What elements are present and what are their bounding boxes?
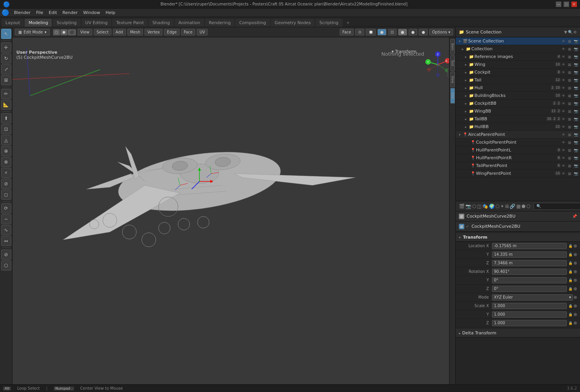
rotation-y-lock[interactable]: 🔒 xyxy=(568,278,573,283)
tool-rotate[interactable]: ↻ xyxy=(1,53,11,63)
tool-bevel[interactable]: ◬ xyxy=(1,135,11,145)
outliner-row-hullparentR[interactable]: 📍 HullParentPointR 8 👁 ▦ 📷 xyxy=(456,154,580,162)
prop-icon-world[interactable]: 🌍 xyxy=(489,204,495,209)
properties-search[interactable] xyxy=(534,203,580,210)
tab-rendering[interactable]: Rendering xyxy=(205,19,234,27)
bb-viewport-btn[interactable]: ▦ xyxy=(567,93,572,98)
expand-tail[interactable]: ▸ xyxy=(464,78,468,82)
cockpit-render-btn[interactable]: 📷 xyxy=(573,70,578,75)
outliner-row-wingparent[interactable]: 📍 WingParentPoint 10 👁 ▦ 📷 xyxy=(456,170,580,178)
scene-visibility-btn[interactable]: 👁 xyxy=(561,39,566,44)
tab-shading[interactable]: Shading xyxy=(148,19,174,27)
outliner-row-scene-collection[interactable]: ▾ 🎬 Scene Collection 👁 ▦ 📷 xyxy=(456,37,580,45)
tailparent-render-btn[interactable]: 📷 xyxy=(573,163,578,169)
tool-offset-cut[interactable]: ⊗ xyxy=(1,157,11,167)
tail-render-btn[interactable]: 📷 xyxy=(573,77,578,83)
close-button[interactable]: ✕ xyxy=(571,2,577,7)
location-y-value[interactable]: 14.335 m xyxy=(492,251,567,258)
tailbb-viewport-btn[interactable]: ▦ xyxy=(567,116,572,122)
wingbb-render-btn[interactable]: 📷 xyxy=(573,109,578,114)
tool-shear[interactable]: ⊘ xyxy=(1,250,11,260)
scale-z-dot[interactable] xyxy=(574,322,577,325)
tailparent-visibility-btn[interactable]: 👁 xyxy=(561,163,566,169)
prop-icon-scene2[interactable]: 🎭 xyxy=(482,204,488,209)
tab-texture-paint[interactable]: Texture Paint xyxy=(112,19,148,27)
hull-viewport-btn[interactable]: ▦ xyxy=(567,85,572,91)
edit-tab[interactable]: Edit xyxy=(450,88,455,104)
tool-poly-build[interactable]: ◻ xyxy=(1,190,11,200)
rotation-z-lock[interactable]: 🔒 xyxy=(568,286,573,292)
select-menu[interactable]: Select xyxy=(94,29,111,35)
tab-geometry-nodes[interactable]: Geometry Nodes xyxy=(271,19,315,27)
view-menu[interactable]: View xyxy=(78,29,92,35)
hullparentL-viewport-btn[interactable]: ▦ xyxy=(567,148,572,153)
scale-y-value[interactable]: 1.000 xyxy=(492,311,567,318)
tool-scale[interactable]: ⤢ xyxy=(1,64,11,74)
outliner-row-tailparent[interactable]: 📍 TailParentPoint 6 👁 ▦ 📷 xyxy=(456,162,580,170)
tool-transform[interactable]: ⊞ xyxy=(1,75,11,85)
wing-visibility-btn[interactable]: 👁 xyxy=(561,62,566,67)
xray-btn[interactable]: ⊡ xyxy=(388,29,397,35)
scene-viewport-btn[interactable]: ▦ xyxy=(567,39,572,44)
expand-scene-collection[interactable]: ▾ xyxy=(457,39,462,43)
rotation-z-dot[interactable] xyxy=(574,287,577,290)
prop-icon-material[interactable]: ⬟ xyxy=(522,204,525,209)
wingparent-visibility-btn[interactable]: 👁 xyxy=(561,171,566,176)
prop-icon-scene[interactable]: 🎬 xyxy=(459,204,465,209)
expand-wing[interactable]: ▸ xyxy=(464,63,468,67)
aircatparent-viewport-btn[interactable]: ▦ xyxy=(567,132,572,137)
tool-smooth[interactable]: ~ xyxy=(1,214,11,224)
location-z-dot[interactable] xyxy=(574,262,577,265)
outliner-row-hullbb[interactable]: ▸ 📁 HullBB 22 👁 ▦ 📷 xyxy=(456,123,580,131)
edit-mode-dropdown[interactable]: ▦ Edit Mode ▾ xyxy=(15,29,50,35)
edge-select-btn[interactable]: ⬢ xyxy=(60,29,67,35)
tool-bisect[interactable]: ⊘ xyxy=(1,179,11,189)
tab-compositing[interactable]: Compositing xyxy=(235,19,270,27)
cockpitbb-visibility-btn[interactable]: 👁 xyxy=(561,101,566,106)
ref-viewport-btn[interactable]: ▦ xyxy=(567,54,572,60)
tailparent-viewport-btn[interactable]: ▦ xyxy=(567,163,572,169)
face-select-mode[interactable]: Face xyxy=(340,29,354,35)
hullparentR-render-btn[interactable]: 📷 xyxy=(573,155,578,161)
hullbb-render-btn[interactable]: 📷 xyxy=(573,124,578,130)
scale-x-value[interactable]: 1.000 xyxy=(492,303,567,309)
tool-loop-cut[interactable]: ⊕ xyxy=(1,146,11,156)
delta-transform-header[interactable]: ▸ Delta Transform xyxy=(456,329,580,338)
vertex-select-btn[interactable]: ⬡ xyxy=(53,29,60,35)
outliner-row-cockpitbb[interactable]: ▸ 📁 CockpitBB 2 2 👁 ▦ 📷 xyxy=(456,100,580,107)
cockpit-viewport-btn[interactable]: ▦ xyxy=(567,70,572,75)
wingparent-viewport-btn[interactable]: ▦ xyxy=(567,171,572,176)
item-tab[interactable]: Item xyxy=(450,39,455,54)
vertex-menu[interactable]: Vertex xyxy=(145,29,162,35)
mesh-menu[interactable]: Mesh xyxy=(127,29,143,35)
expand-buildingblocks[interactable]: ▸ xyxy=(464,94,468,98)
outliner-search-btn[interactable]: 🔍 xyxy=(568,30,573,34)
outliner-row-cockpitparent[interactable]: 📍 CockpitParentPoint 👁 ▦ 📷 xyxy=(456,139,580,146)
outliner-row-buildingblocks[interactable]: ▸ 📁 BuildingBlocks 10 👁 ▦ 📷 xyxy=(456,92,580,100)
prop-icon-object[interactable]: ⬡ xyxy=(495,204,499,209)
uv-menu[interactable]: UV xyxy=(197,29,208,35)
wingbb-viewport-btn[interactable]: ▦ xyxy=(567,109,572,114)
tab-scripting[interactable]: Scripting xyxy=(316,19,342,27)
rotation-x-value[interactable]: 90.401° xyxy=(492,269,567,275)
outliner-row-reference-images[interactable]: ▸ 📁 Reference images 4 👁 ▦ 📷 xyxy=(456,53,580,61)
wingbb-visibility-btn[interactable]: 👁 xyxy=(561,109,566,114)
expand-collection[interactable]: ▸ xyxy=(460,47,465,51)
aircatparent-render-btn[interactable]: 📷 xyxy=(573,132,578,137)
location-y-dot[interactable] xyxy=(574,253,577,256)
tailbb-render-btn[interactable]: 📷 xyxy=(573,116,578,122)
expand-aircatparent[interactable]: ▾ xyxy=(457,133,462,137)
scale-z-lock[interactable]: 🔒 xyxy=(568,320,573,326)
menu-file[interactable]: File xyxy=(34,9,46,16)
edge-menu[interactable]: Edge xyxy=(164,29,179,35)
tool-knife[interactable]: ⚡ xyxy=(1,168,11,178)
cockpitparent-visibility-btn[interactable]: 👁 xyxy=(561,140,566,145)
prop-icon-data[interactable]: ▦ xyxy=(516,204,520,209)
outliner-row-wingbb[interactable]: ▸ 📁 WingBB 13 2 👁 ▦ 📷 xyxy=(456,107,580,115)
prop-icon-particles[interactable]: ✦ xyxy=(500,204,504,209)
hullbb-viewport-btn[interactable]: ▦ xyxy=(567,124,572,130)
outliner-settings-btn[interactable]: ⚙ xyxy=(573,30,577,34)
menu-window[interactable]: Window xyxy=(81,9,102,16)
shading-solid[interactable]: ● xyxy=(398,29,407,35)
prop-icon-shader[interactable]: ⬡ xyxy=(526,204,530,209)
